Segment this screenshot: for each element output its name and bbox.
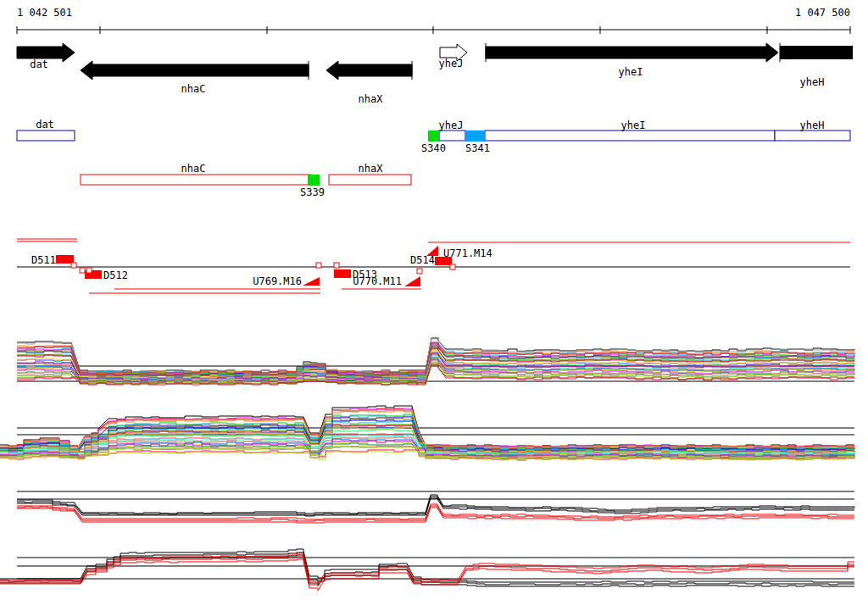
gene-arrow-nhaX[interactable]	[326, 61, 412, 80]
feature-box-nhaC[interactable]	[81, 175, 311, 185]
gene-arrow-nhaC[interactable]	[81, 61, 309, 80]
segment-marker-label-S339: S339	[300, 186, 325, 198]
shift-square-D512[interactable]	[86, 268, 92, 273]
down-shift-label-D514: D514	[410, 254, 435, 266]
gene-arrow-yheH[interactable]	[780, 46, 853, 59]
gene-label-yheI: yheI	[619, 66, 643, 78]
up-shift-ramp-U769.M16[interactable]	[303, 277, 320, 286]
down-shift-box-D513[interactable]	[334, 269, 351, 278]
shift-square-D514[interactable]	[450, 264, 455, 269]
feature-box-yheJ[interactable]	[439, 130, 465, 141]
down-shift-label-D511: D511	[31, 254, 56, 266]
up-shift-ramp-U771.M14[interactable]	[426, 246, 438, 256]
gene-label-dat: dat	[30, 58, 48, 70]
shift-square-D513[interactable]	[334, 263, 339, 268]
up-shift-label-U769.M16: U769.M16	[253, 275, 302, 287]
segment-marker-label-S340: S340	[421, 142, 446, 154]
feature-label-yheH: yheH	[800, 119, 825, 131]
segment-marker-S341[interactable]	[465, 130, 485, 142]
gene-label-yheH: yheH	[800, 76, 825, 88]
gene-label-nhaX: nhaX	[359, 93, 384, 105]
feature-box-nhaX[interactable]	[329, 175, 411, 185]
segment-marker-S340[interactable]	[428, 130, 439, 142]
up-shift-ramp-U770.M11[interactable]	[404, 276, 420, 286]
feature-label-nhaC: nhaC	[181, 163, 206, 175]
gene-arrow-yheI[interactable]	[486, 43, 778, 62]
feature-box-yheH[interactable]	[775, 130, 850, 141]
down-shift-label-D512: D512	[103, 269, 128, 281]
shift-square-D511[interactable]	[71, 263, 76, 268]
ruler-end-coordinate: 1 047 500	[795, 7, 850, 19]
feature-label-yheI: yheI	[621, 119, 646, 131]
segment-marker-label-S341: S341	[465, 142, 490, 154]
ruler-start-coordinate: 1 042 501	[17, 7, 72, 19]
shift-square-U770.M11[interactable]	[417, 269, 422, 274]
browser-canvas: datnhaCnhaXyheJyheIyheHdatyheJyheIyheHS3…	[0, 0, 868, 605]
shift-square-D512[interactable]	[80, 268, 85, 273]
gene-label-yheJ: yheJ	[439, 58, 464, 69]
segment-marker-S339[interactable]	[308, 175, 320, 186]
feature-label-nhaX: nhaX	[359, 163, 384, 175]
up-shift-label-U770.M11: U770.M11	[353, 275, 402, 287]
genome-browser: 1 042 501 1 047 500 datnhaCnhaXyheJyheIy…	[0, 0, 868, 605]
up-shift-label-U771.M14: U771.M14	[443, 247, 492, 259]
feature-box-yheI[interactable]	[485, 130, 775, 141]
feature-label-yheJ: yheJ	[439, 119, 464, 131]
gene-label-nhaC: nhaC	[181, 83, 206, 95]
shift-square-U769.M16[interactable]	[316, 263, 321, 268]
feature-box-dat[interactable]	[17, 130, 75, 141]
feature-label-dat: dat	[36, 119, 54, 130]
